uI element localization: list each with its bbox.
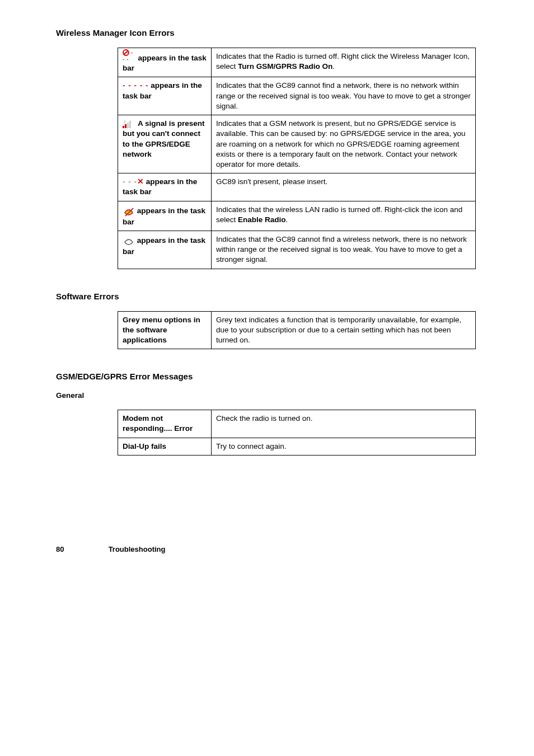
table-row: Dial-Up failsTry to connect again.	[118, 438, 476, 455]
icon-no-network-row: - - - - - appears in the task bar	[118, 77, 212, 115]
description-cell: Check the radio is turned on.	[212, 410, 476, 438]
icon-wlan-off-row: appears in the task bar	[118, 201, 212, 231]
svg-rect-2	[123, 126, 124, 128]
table-row: Modem not responding.... ErrorCheck the …	[118, 410, 476, 438]
description-cell: Try to connect again.	[212, 438, 476, 455]
icon-wlan-no-net-row: appears in the task bar	[118, 231, 212, 269]
svg-rect-5	[129, 121, 131, 128]
table-row: - - - - - appears in the task barIndicat…	[118, 48, 476, 77]
description-cell: Indicates that the GC89 cannot find a wi…	[212, 231, 476, 269]
description-cell: Indicates that the Radio is turned off. …	[212, 48, 476, 77]
svg-rect-4	[127, 123, 129, 128]
chapter-name: Troubleshooting	[109, 545, 166, 553]
svg-rect-3	[125, 124, 127, 128]
table-row: - - -✕ appears in the task barGC89 isn't…	[118, 173, 476, 201]
modem-not-responding-row: Modem not responding.... Error	[118, 410, 212, 438]
description-cell: GC89 isn't present, please insert.	[212, 173, 476, 201]
page-footer: 80 Troubleshooting	[56, 545, 495, 553]
table-row: - - - - - appears in the task barIndicat…	[118, 77, 476, 115]
table-gsm-errors: Modem not responding.... ErrorCheck the …	[118, 410, 495, 456]
section-title-software: Software Errors	[56, 292, 495, 301]
icon-radio-off-row: - - - - - appears in the task bar	[118, 48, 212, 77]
description-cell: Indicates that the wireless LAN radio is…	[212, 201, 476, 231]
grey-menu-row: Grey menu options in the software applic…	[118, 311, 212, 349]
section-title-wireless: Wireless Manager Icon Errors	[56, 28, 495, 37]
icon-signal-no-gprs-row: A signal is present but you can't connec…	[118, 115, 212, 173]
table-row: A signal is present but you can't connec…	[118, 115, 476, 173]
dialup-fails-row: Dial-Up fails	[118, 438, 212, 455]
table-row: Grey menu options in the software applic…	[118, 311, 476, 349]
table-software-errors: Grey menu options in the software applic…	[118, 311, 495, 350]
table-wireless-errors: - - - - - appears in the task barIndicat…	[118, 48, 495, 269]
description-cell: Indicates that the GC89 cannot find a ne…	[212, 77, 476, 115]
page-number: 80	[56, 545, 106, 553]
subhead-general: General	[56, 391, 495, 400]
table-row: appears in the task barIndicates that th…	[118, 231, 476, 269]
section-title-gsm: GSM/EDGE/GPRS Error Messages	[56, 372, 495, 381]
svg-rect-6	[124, 120, 125, 124]
description-cell: Grey text indicates a function that is t…	[212, 311, 476, 349]
icon-not-present-row: - - -✕ appears in the task bar	[118, 173, 212, 201]
description-cell: Indicates that a GSM network is present,…	[212, 115, 476, 173]
table-row: appears in the task barIndicates that th…	[118, 201, 476, 231]
